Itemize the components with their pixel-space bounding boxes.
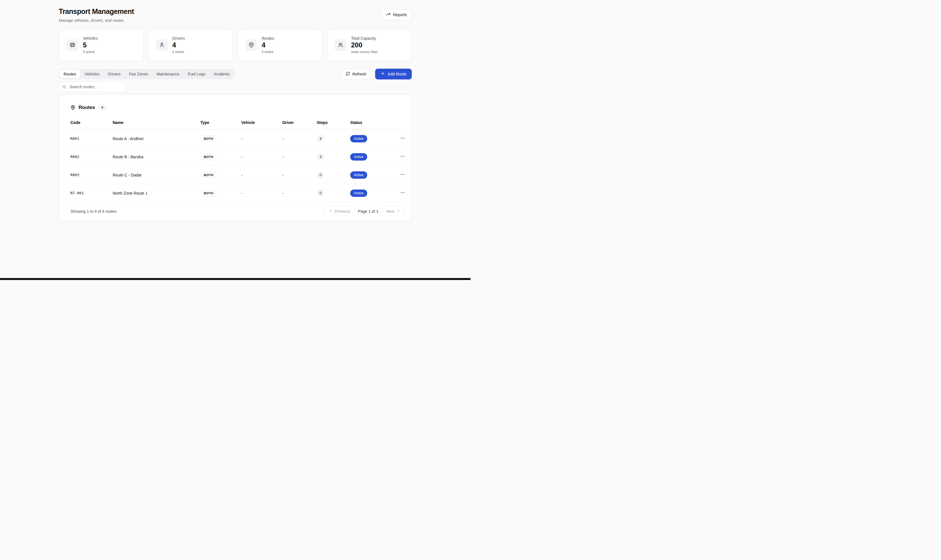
- type-badge: BOTH: [200, 172, 217, 178]
- ellipsis-icon: [400, 192, 405, 196]
- stat-text-routes: Routes 4 4 active: [262, 36, 274, 54]
- route-vehicle: -: [237, 130, 278, 148]
- routes-table: Code Name Type Vehicle Driver Stops Stat…: [66, 111, 405, 202]
- showing-text: Showing 1 to 4 of 4 routes: [70, 209, 117, 214]
- search-box: [59, 82, 126, 92]
- stat-card-total-capacity: Total Capacity 200 seats across fleet: [327, 29, 412, 61]
- route-name: Route B - Bandra: [108, 148, 196, 166]
- column-header-stops: Stops: [312, 111, 346, 130]
- stat-value: 200: [351, 42, 377, 49]
- user-icon: [156, 39, 168, 51]
- add-route-button-label: Add Route: [388, 71, 407, 77]
- row-actions-button[interactable]: [399, 171, 407, 179]
- column-header-driver: Driver: [278, 111, 312, 130]
- tab-incidents[interactable]: Incidents: [210, 70, 234, 78]
- controls-row: Routes Vehicles Drivers Fee Zones Mainte…: [59, 69, 412, 79]
- type-badge: BOTH: [200, 190, 217, 196]
- stat-text-drivers: Drivers 4 4 active: [172, 36, 185, 54]
- route-name: North Zone Route 1: [108, 184, 196, 202]
- column-header-type: Type: [196, 111, 237, 130]
- tab-routes[interactable]: Routes: [60, 70, 80, 78]
- trending-up-icon: [386, 12, 390, 18]
- stats-row: Vehicles 5 5 active Drivers 4 4 active R…: [59, 29, 412, 61]
- row-actions-button[interactable]: [399, 189, 407, 197]
- row-actions-button[interactable]: [399, 134, 407, 143]
- chevron-left-icon: [329, 209, 333, 214]
- stat-value: 4: [172, 42, 185, 49]
- route-vehicle: -: [237, 184, 278, 202]
- chevron-right-icon: [396, 209, 400, 214]
- routes-panel-footer: Showing 1 to 4 of 4 routes Previous Page…: [59, 202, 411, 220]
- ellipsis-icon: [400, 174, 405, 178]
- stat-card-vehicles: Vehicles 5 5 active: [59, 29, 143, 61]
- stat-sub: seats across fleet: [351, 50, 377, 54]
- table-row: R002 Route B - Bandra BOTH - - 3 Active: [66, 148, 405, 166]
- page-indicator: Page 1 of 1: [358, 209, 379, 214]
- route-code: R001: [66, 130, 108, 148]
- ellipsis-icon: [400, 137, 405, 142]
- stat-label: Vehicles: [83, 36, 98, 41]
- tab-vehicles[interactable]: Vehicles: [81, 70, 103, 78]
- type-badge: BOTH: [200, 135, 217, 142]
- tab-fee-zones[interactable]: Fee Zones: [125, 70, 152, 78]
- transport-management-page: Transport Management Manage vehicles, dr…: [59, 0, 412, 221]
- column-header-status: Status: [346, 111, 394, 130]
- column-header-name: Name: [108, 111, 196, 130]
- stat-label: Total Capacity: [351, 36, 377, 41]
- reports-button[interactable]: Reports: [381, 9, 412, 20]
- stat-card-drivers: Drivers 4 4 active: [148, 29, 233, 61]
- stat-label: Drivers: [172, 36, 185, 41]
- stops-badge: 3: [317, 153, 324, 161]
- page-heading: Transport Management Manage vehicles, dr…: [59, 8, 134, 23]
- type-badge: BOTH: [200, 154, 217, 160]
- route-name: Route A - Andheri: [108, 130, 196, 148]
- routes-panel-header: Routes 4: [59, 95, 411, 111]
- previous-page-button[interactable]: Previous: [324, 206, 354, 216]
- refresh-icon: [346, 71, 350, 77]
- route-code: R002: [66, 148, 108, 166]
- page-title: Transport Management: [59, 8, 134, 15]
- taskbar-edge: [0, 278, 470, 280]
- column-header-code: Code: [66, 111, 108, 130]
- stat-sub: 5 active: [83, 50, 98, 54]
- route-vehicle: -: [237, 148, 278, 166]
- route-driver: -: [278, 130, 312, 148]
- stat-card-routes: Routes 4 4 active: [237, 29, 322, 61]
- add-route-button[interactable]: Add Route: [375, 69, 412, 79]
- stat-label: Routes: [262, 36, 274, 41]
- route-vehicle: -: [237, 166, 278, 184]
- previous-page-label: Previous: [334, 209, 350, 214]
- stat-sub: 4 active: [172, 50, 185, 54]
- page-subtitle: Manage vehicles, drivers, and routes: [59, 18, 134, 23]
- map-pin-icon: [70, 105, 75, 110]
- route-code: R003: [66, 166, 108, 184]
- tab-bar: Routes Vehicles Drivers Fee Zones Mainte…: [59, 69, 235, 79]
- stat-value: 5: [83, 42, 98, 49]
- stops-badge: 3: [317, 135, 324, 142]
- tab-maintenance[interactable]: Maintenance: [152, 70, 183, 78]
- status-badge: Active: [350, 153, 367, 161]
- column-header-actions: [394, 111, 405, 130]
- plus-icon: [380, 71, 385, 77]
- routes-table-header: Code Name Type Vehicle Driver Stops Stat…: [66, 111, 405, 130]
- search-routes-input[interactable]: [59, 82, 126, 92]
- ellipsis-icon: [400, 155, 405, 160]
- status-badge: Active: [350, 189, 367, 197]
- row-actions-button[interactable]: [399, 152, 407, 161]
- route-code: RT-001: [66, 184, 108, 202]
- routes-panel-title: Routes: [79, 105, 95, 110]
- status-badge: Active: [350, 135, 367, 142]
- tab-fuel-logs[interactable]: Fuel Logs: [184, 70, 209, 78]
- routes-count-badge: 4: [98, 104, 106, 111]
- refresh-button[interactable]: Refresh: [341, 69, 371, 79]
- pagination: Previous Page 1 of 1 Next: [324, 206, 405, 216]
- status-badge: Active: [350, 171, 367, 179]
- column-header-vehicle: Vehicle: [237, 111, 278, 130]
- route-driver: -: [278, 148, 312, 166]
- route-name: Route C - Dadar: [108, 166, 196, 184]
- tab-drivers[interactable]: Drivers: [104, 70, 125, 78]
- next-page-button[interactable]: Next: [382, 206, 405, 216]
- stat-text-total-capacity: Total Capacity 200 seats across fleet: [351, 36, 377, 54]
- page-header: Transport Management Manage vehicles, dr…: [59, 8, 412, 23]
- controls-actions: Refresh Add Route: [341, 69, 412, 79]
